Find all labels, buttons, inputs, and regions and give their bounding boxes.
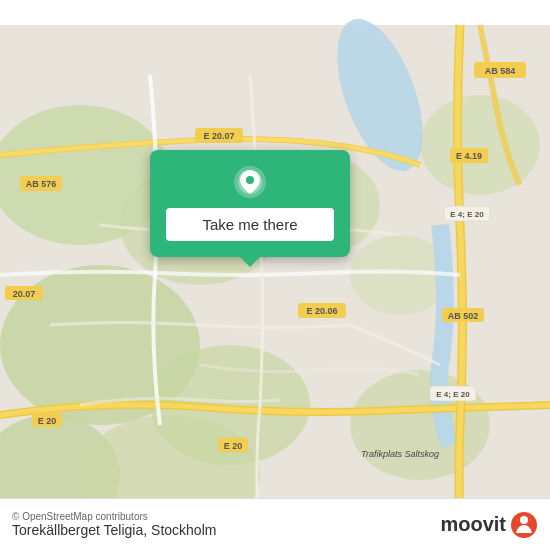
map-container: AB 584 E 20.07 AB 576 E 4.19 E 4; E 20 E… xyxy=(0,0,550,550)
svg-text:E 4; E 20: E 4; E 20 xyxy=(436,390,470,399)
moovit-brand-icon xyxy=(510,511,538,539)
take-me-there-button[interactable]: Take me there xyxy=(166,208,334,241)
copyright-text: © OpenStreetMap contributors xyxy=(12,511,216,522)
svg-text:E 20: E 20 xyxy=(38,416,57,426)
svg-text:AB 502: AB 502 xyxy=(448,311,479,321)
svg-text:E 20: E 20 xyxy=(224,441,243,451)
svg-text:E 20.07: E 20.07 xyxy=(203,131,234,141)
popup-card: Take me there xyxy=(150,150,350,257)
svg-text:Trafikplats Saltskog: Trafikplats Saltskog xyxy=(361,449,439,459)
svg-text:20.07: 20.07 xyxy=(13,289,36,299)
svg-point-39 xyxy=(520,516,528,524)
svg-point-37 xyxy=(246,176,254,184)
bottom-left-info: © OpenStreetMap contributors Torekällber… xyxy=(12,511,216,538)
location-name: Torekällberget Teligia, Stockholm xyxy=(12,522,216,538)
svg-point-8 xyxy=(420,95,540,195)
svg-text:AB 576: AB 576 xyxy=(26,179,57,189)
location-pin-icon xyxy=(232,164,268,200)
svg-text:E 20.06: E 20.06 xyxy=(306,306,337,316)
moovit-text: moovit xyxy=(440,513,506,536)
bottom-bar: © OpenStreetMap contributors Torekällber… xyxy=(0,498,550,550)
svg-text:E 4; E 20: E 4; E 20 xyxy=(450,210,484,219)
svg-text:E 4.19: E 4.19 xyxy=(456,151,482,161)
svg-text:AB 584: AB 584 xyxy=(485,66,516,76)
moovit-logo: moovit xyxy=(440,511,538,539)
